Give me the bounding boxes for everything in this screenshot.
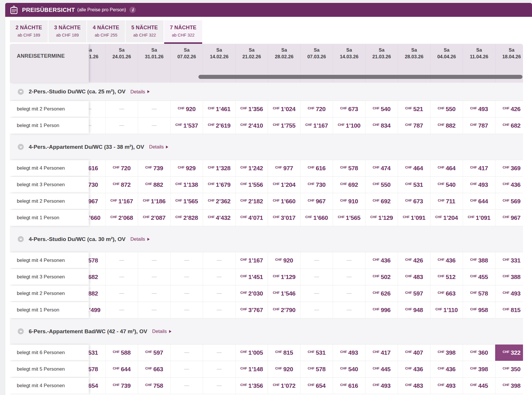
price-cell[interactable]: CHF550 — [430, 101, 463, 117]
price-cell[interactable]: CHF445 — [463, 378, 495, 394]
price-cell[interactable]: CHF493 — [365, 378, 398, 394]
price-cell[interactable]: CHF663 — [430, 285, 463, 302]
price-cell[interactable]: CHF2’182 — [235, 193, 268, 209]
price-cell[interactable]: CHF531 — [398, 177, 430, 193]
price-cell[interactable]: CHF787 — [398, 117, 430, 134]
price-cell[interactable]: CHF1’660 — [268, 193, 300, 209]
price-cell[interactable]: CHF977 — [268, 160, 300, 176]
price-cell[interactable]: CHF369 — [495, 160, 523, 176]
price-cell[interactable]: CHF1’461 — [203, 101, 235, 117]
price-cell[interactable]: CHF436 — [365, 252, 398, 269]
price-cell[interactable]: CHF1’679 — [203, 177, 235, 193]
price-cell[interactable]: CHF663 — [138, 361, 170, 377]
details-link[interactable]: Details — [131, 236, 150, 242]
price-cell[interactable]: CHF882 — [138, 177, 170, 193]
price-cell[interactable]: CHF597 — [398, 285, 430, 302]
price-cell[interactable]: CHF1’242 — [235, 160, 268, 176]
details-link[interactable]: Details — [152, 329, 171, 334]
horizontal-scrollbar-thumb[interactable] — [198, 75, 522, 79]
price-cell[interactable]: CHF426 — [398, 252, 430, 269]
price-cell[interactable]: CHF644 — [105, 361, 138, 377]
price-cell[interactable]: CHF4’071 — [235, 210, 268, 226]
price-cell[interactable]: CHF1’356 — [235, 378, 268, 394]
price-cell[interactable]: CHF2’790 — [268, 302, 300, 318]
price-cell[interactable]: CHF417 — [463, 160, 495, 176]
price-cell[interactable]: CHF673 — [398, 193, 430, 209]
price-cell[interactable]: CHF1’451 — [235, 269, 268, 285]
price-cell[interactable]: CHF682 — [495, 117, 523, 134]
chevron-down-icon[interactable] — [18, 328, 24, 334]
price-cell[interactable]: CHF540 — [430, 177, 463, 193]
price-cell[interactable]: CHF2’087 — [138, 210, 170, 226]
price-cell[interactable]: CHF493 — [333, 345, 365, 361]
price-cell[interactable]: CHF1’138 — [170, 177, 203, 193]
price-cell[interactable]: CHF464 — [398, 160, 430, 176]
price-cell[interactable]: CHF692 — [365, 193, 398, 209]
price-cell[interactable]: CHF758 — [138, 378, 170, 394]
price-cell[interactable]: CHF578 — [300, 361, 333, 377]
price-cell[interactable]: CHF1’100 — [333, 117, 365, 134]
price-cell[interactable]: CHF626 — [365, 285, 398, 302]
price-cell[interactable]: CHF436 — [430, 361, 463, 377]
price-cell[interactable]: CHF1’167 — [300, 117, 333, 134]
price-cell[interactable]: CHF644 — [463, 193, 495, 209]
price-cell[interactable]: CHF483 — [398, 269, 430, 285]
price-cell[interactable]: CHF1’328 — [203, 160, 235, 176]
tab-4-naechte[interactable]: 4 NÄCHTEab CHF 255 — [87, 20, 125, 42]
price-cell[interactable]: CHF958 — [463, 302, 495, 318]
price-cell[interactable]: CHF1’537 — [170, 117, 203, 134]
price-cell[interactable]: CHF540 — [365, 101, 398, 117]
price-cell[interactable]: CHF388 — [463, 252, 495, 269]
price-cell[interactable]: CHF3’017 — [268, 210, 300, 226]
price-cell[interactable]: CHF578 — [333, 160, 365, 176]
price-cell[interactable]: CHF464 — [430, 160, 463, 176]
chevron-down-icon[interactable] — [18, 144, 24, 150]
price-cell[interactable]: CHF436 — [495, 177, 523, 193]
price-cell[interactable]: CHF711 — [430, 193, 463, 209]
price-cell[interactable]: CHF483 — [398, 378, 430, 394]
price-cell[interactable]: CHF929 — [170, 160, 203, 176]
price-cell[interactable]: CHF2’410 — [235, 117, 268, 134]
price-cell[interactable]: CHF882 — [430, 117, 463, 134]
details-link[interactable]: Details — [131, 89, 150, 95]
tab-5-naechte[interactable]: 5 NÄCHTEab CHF 322 — [126, 20, 164, 42]
price-cell[interactable]: CHF436 — [398, 361, 430, 377]
price-cell[interactable]: CHF654 — [300, 378, 333, 394]
price-cell[interactable]: CHF616 — [300, 160, 333, 176]
price-cell[interactable]: CHF872 — [105, 177, 138, 193]
price-cell[interactable]: CHF2’619 — [203, 117, 235, 134]
price-cell[interactable]: CHF521 — [398, 101, 430, 117]
price-cell[interactable]: CHF692 — [333, 177, 365, 193]
price-cell[interactable]: CHF1’072 — [268, 378, 300, 394]
price-cell[interactable]: CHF1’546 — [268, 285, 300, 302]
price-cell[interactable]: CHF1’186 — [138, 193, 170, 209]
price-cell[interactable]: CHF1’556 — [235, 177, 268, 193]
price-cell[interactable]: CHF436 — [430, 252, 463, 269]
info-icon[interactable]: i — [129, 7, 136, 13]
price-cell[interactable]: CHF1’129 — [365, 210, 398, 226]
price-cell[interactable]: CHF616 — [333, 378, 365, 394]
price-cell[interactable]: CHF474 — [365, 160, 398, 176]
price-cell[interactable]: CHF445 — [365, 361, 398, 377]
price-cell[interactable]: CHF1’129 — [268, 269, 300, 285]
price-cell[interactable]: CHF1’091 — [463, 210, 495, 226]
price-cell[interactable]: CHF910 — [333, 193, 365, 209]
price-cell[interactable]: CHF1’024 — [268, 101, 300, 117]
price-cell[interactable]: CHF597 — [138, 345, 170, 361]
price-cell[interactable]: CHF834 — [365, 117, 398, 134]
price-cell[interactable]: CHF493 — [463, 177, 495, 193]
price-cell[interactable]: CHF512 — [430, 269, 463, 285]
price-cell[interactable]: CHF3’767 — [235, 302, 268, 318]
price-cell[interactable]: CHF1’565 — [333, 210, 365, 226]
price-cell[interactable]: CHF2’362 — [203, 193, 235, 209]
price-cell[interactable]: CHF1’356 — [235, 101, 268, 117]
price-cell[interactable]: CHF493 — [430, 378, 463, 394]
price-cell[interactable]: CHF578 — [463, 285, 495, 302]
chevron-down-icon[interactable] — [18, 236, 24, 242]
price-cell[interactable]: CHF398 — [495, 378, 523, 394]
price-cell[interactable]: CHF948 — [398, 302, 430, 318]
price-cell[interactable]: CHF1’110 — [430, 302, 463, 318]
price-cell[interactable]: CHF531 — [300, 345, 333, 361]
price-cell[interactable]: CHF720 — [105, 160, 138, 176]
price-cell[interactable]: CHF493 — [495, 285, 523, 302]
